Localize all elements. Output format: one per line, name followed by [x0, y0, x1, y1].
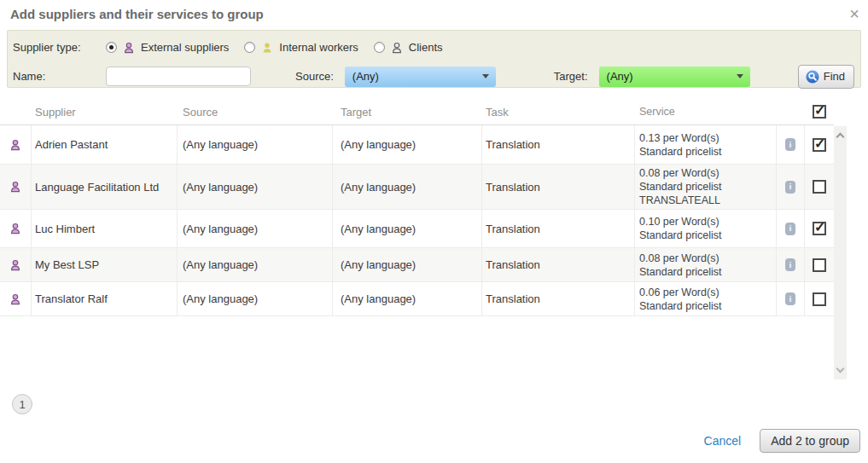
table-row: Language Facilitation Ltd (Any language)…: [0, 165, 834, 210]
header-task: Task: [482, 104, 635, 120]
supplier-type-radio-group: External suppliers Internal workers Clie…: [106, 41, 453, 54]
row-service: 0.10 per Word(s) Standard pricelist: [635, 210, 777, 247]
radio-button[interactable]: [244, 42, 255, 53]
row-checkbox[interactable]: [813, 222, 826, 235]
name-input[interactable]: [106, 67, 251, 86]
vertical-scrollbar[interactable]: [834, 126, 847, 379]
row-task: Translation: [482, 248, 635, 281]
row-service: 0.08 per Word(s) Standard pricelist TRAN…: [635, 165, 777, 209]
row-source: (Any language): [178, 248, 333, 281]
radio-label: Internal workers: [279, 41, 358, 54]
person-purple-icon: [9, 223, 21, 234]
source-label: Source:: [295, 70, 334, 83]
cancel-button[interactable]: Cancel: [704, 434, 742, 448]
scroll-down-icon[interactable]: [836, 365, 845, 373]
row-task: Translation: [482, 282, 635, 315]
row-target: (Any language): [333, 282, 482, 315]
add-suppliers-dialog: Add suppliers and their services to grou…: [0, 0, 868, 463]
row-source: (Any language): [178, 210, 333, 247]
person-purple-icon: [9, 259, 21, 271]
supplier-name: Luc Himbert: [32, 210, 178, 247]
find-button[interactable]: Find: [798, 65, 854, 89]
header-target: Target: [333, 104, 482, 120]
supplier-name: My Best LSP: [32, 248, 178, 281]
radio-button[interactable]: [106, 42, 117, 53]
target-dropdown-value: (Any): [607, 70, 633, 83]
row-checkbox[interactable]: [813, 292, 826, 306]
source-dropdown-value: (Any): [352, 70, 379, 83]
row-target: (Any language): [333, 165, 482, 209]
scroll-up-icon[interactable]: [836, 133, 845, 142]
target-label: Target:: [554, 70, 588, 83]
target-dropdown[interactable]: (Any): [599, 67, 750, 87]
info-icon[interactable]: i: [785, 258, 795, 271]
info-icon[interactable]: i: [785, 223, 795, 235]
table-body: Adrien Pastant (Any language) (Any langu…: [0, 125, 834, 316]
source-dropdown[interactable]: (Any): [345, 67, 496, 87]
row-target: (Any language): [333, 125, 482, 164]
supplier-name: Language Facilitation Ltd: [32, 165, 178, 209]
suppliers-table: Supplier Source Target Task Service Adri…: [0, 99, 847, 316]
header-service: Service: [635, 103, 777, 120]
row-task: Translation: [482, 125, 635, 164]
person-purple-icon: [9, 139, 21, 151]
search-icon: [806, 70, 819, 84]
info-icon[interactable]: i: [785, 138, 795, 151]
page-title: Add suppliers and their services to grou…: [10, 7, 264, 21]
radio-button[interactable]: [374, 42, 385, 53]
row-source: (Any language): [178, 125, 333, 164]
search-row: Name: Source: (Any) Target: (Any) Find: [13, 65, 855, 88]
info-icon[interactable]: i: [785, 181, 795, 194]
table-row: My Best LSP (Any language) (Any language…: [0, 248, 834, 282]
radio-label: External suppliers: [141, 41, 229, 54]
supplier-name: Translator Ralf: [32, 282, 178, 315]
header-checkbox-cell: [805, 105, 834, 119]
chevron-down-icon: [482, 74, 489, 78]
dialog-footer: Cancel Add 2 to group: [704, 429, 860, 453]
chevron-down-icon: [737, 74, 743, 78]
radio-external-suppliers[interactable]: External suppliers: [106, 41, 229, 54]
row-target: (Any language): [333, 210, 482, 247]
table-header: Supplier Source Target Task Service: [0, 99, 834, 125]
person-purple-icon: [9, 293, 21, 305]
person-purple-icon: [9, 181, 21, 193]
row-checkbox[interactable]: [813, 138, 826, 152]
person-purple-icon: [123, 42, 135, 54]
add-to-group-button[interactable]: Add 2 to group: [760, 429, 860, 453]
radio-internal-workers[interactable]: Internal workers: [244, 41, 358, 54]
find-button-label: Find: [824, 70, 845, 83]
row-source: (Any language): [178, 282, 333, 315]
row-source: (Any language): [178, 165, 333, 209]
row-target: (Any language): [333, 248, 482, 281]
row-task: Translation: [482, 210, 635, 247]
table-row: Adrien Pastant (Any language) (Any langu…: [0, 125, 834, 165]
row-task: Translation: [482, 165, 635, 209]
name-label: Name:: [13, 70, 106, 83]
table-row: Luc Himbert (Any language) (Any language…: [0, 210, 834, 248]
person-yellow-icon: [261, 42, 273, 54]
row-checkbox[interactable]: [813, 180, 826, 194]
close-icon[interactable]: ×: [849, 5, 859, 22]
header-supplier: Supplier: [32, 104, 178, 120]
radio-label: Clients: [409, 41, 443, 54]
person-gray-icon: [391, 42, 403, 54]
supplier-name: Adrien Pastant: [32, 125, 178, 164]
table-row: Translator Ralf (Any language) (Any lang…: [0, 282, 834, 316]
radio-clients[interactable]: Clients: [374, 41, 443, 54]
info-icon[interactable]: i: [785, 292, 795, 305]
filter-panel: Supplier type: External suppliers Intern…: [7, 30, 861, 88]
supplier-type-row: Supplier type: External suppliers Intern…: [13, 36, 855, 59]
pagination-page-1[interactable]: 1: [12, 394, 32, 414]
row-service: 0.06 per Word(s) Standard pricelist: [635, 282, 777, 315]
select-all-checkbox[interactable]: [813, 105, 826, 119]
row-service: 0.08 per Word(s) Standard pricelist: [635, 248, 777, 281]
supplier-type-label: Supplier type:: [13, 41, 106, 54]
row-checkbox[interactable]: [813, 258, 826, 272]
header-source: Source: [178, 104, 333, 120]
row-service: 0.13 per Word(s) Standard pricelist: [635, 125, 777, 164]
